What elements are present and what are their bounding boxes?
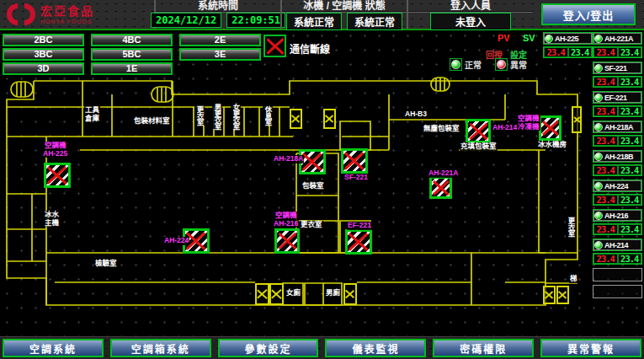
unit-row: AH-221A 23.4 23.4 — [593, 32, 642, 58]
unit-pv-value: 23.4 — [593, 224, 618, 234]
empty-unit-slot — [593, 268, 642, 281]
abnormal-led-icon — [495, 58, 508, 71]
machine-status-section: 冰機 / 空調機 狀態 系統正常 系統正常 — [280, 0, 407, 29]
unit-name-button[interactable]: AH-214 — [593, 238, 642, 251]
pv-label: PV — [498, 33, 510, 43]
unit-name: AH-218B — [604, 153, 633, 161]
equipment-comm-loss-marker[interactable] — [274, 228, 300, 254]
footer-nav-button[interactable]: 參數設定 — [218, 339, 319, 357]
floor-nav-button[interactable]: 2BC — [3, 34, 84, 46]
floorplan-label: 冰水 主機 — [44, 211, 60, 227]
unit-values: 23.4 23.4 — [593, 46, 642, 58]
floorplan-label: 空調機 AH-216 — [273, 212, 299, 228]
equipment-comm-loss-marker[interactable] — [345, 229, 372, 255]
floorplan-label: 工具 倉庫 — [84, 106, 100, 122]
unit-name-button[interactable]: AH-221A — [593, 32, 642, 45]
legend-normal: 正常 — [450, 58, 482, 71]
unit-pv-value: 23.4 — [593, 254, 618, 264]
floorplan-label: 女更衣室 — [231, 104, 241, 129]
unit-status-led-icon — [594, 241, 603, 249]
floorplan-label: AH-224 — [163, 237, 189, 245]
equipment-comm-loss-marker[interactable] — [539, 115, 562, 141]
floor-nav-button[interactable]: 3BC — [3, 48, 84, 61]
login-section: 登入人員 未登入 — [407, 0, 533, 29]
floor-nav-button[interactable]: 3E — [179, 48, 261, 61]
unit-name: AH-216 — [604, 212, 628, 220]
unit-values: 23.4 23.4 — [593, 135, 642, 147]
floorplan-label: 無塵包裝室 — [423, 125, 460, 133]
brand-name: 宏亞食品 — [40, 5, 94, 17]
unit-name-button[interactable]: AH-218A — [593, 121, 642, 133]
unit-values: 23.4 23.4 — [593, 76, 642, 88]
floor-nav-button[interactable]: 4BC — [91, 34, 173, 46]
unit-pv-value: 23.4 — [593, 106, 618, 116]
floorplan-label: AH-B3 — [404, 110, 428, 119]
unit-values: 23.4 23.4 — [543, 46, 593, 58]
unit-row: EF-221 23.4 23.4 — [593, 91, 642, 117]
unit-name: EF-221 — [604, 94, 627, 102]
unit-values: 23.4 23.4 — [593, 253, 642, 265]
login-label: 登入人員 — [408, 0, 533, 13]
legend-abnormal: 異常 — [495, 58, 527, 71]
floor-nav-button[interactable]: 2E — [179, 34, 261, 46]
unit-name-button[interactable]: SF-221 — [593, 62, 642, 74]
equipment-comm-loss-marker[interactable] — [341, 148, 368, 174]
floor-nav-button[interactable]: 5BC — [91, 48, 173, 61]
brand-name-en: HUNYA FOODS — [40, 19, 94, 24]
equipment-comm-loss-marker[interactable] — [429, 176, 452, 199]
footer-nav-button[interactable]: 儀表監視 — [325, 339, 426, 357]
unit-row: AH-225 23.4 23.4 — [543, 32, 593, 58]
chiller-status-value: 系統正常 — [286, 13, 342, 30]
system-clock-value: 22:09:51 — [226, 13, 285, 28]
footer-nav-button[interactable]: 異常警報 — [540, 339, 641, 357]
unit-values: 23.4 23.4 — [593, 105, 642, 117]
brand-logo: 宏亞食品 HUNYA FOODS — [0, 0, 154, 29]
comm-loss-icon — [263, 35, 286, 57]
floorplan-label: 休息室 — [263, 106, 273, 126]
floorplan-label: AH-214 — [492, 124, 518, 132]
stairs-icon — [152, 87, 173, 102]
hunya-logo-icon — [7, 3, 35, 26]
unit-sv-value: 23.4 — [618, 224, 642, 234]
login-logout-button[interactable]: 登入/登出 — [541, 3, 636, 25]
login-button-area: 登入/登出 — [533, 0, 644, 29]
stairwell-x-box — [556, 286, 569, 304]
unit-name-button[interactable]: AH-224 — [593, 180, 642, 192]
stairs-icon — [431, 78, 450, 91]
system-time-section: 系統時間 2024/12/12 22:09:51 — [154, 0, 280, 29]
unit-column-left: AH-225 23.4 23.4 — [543, 32, 593, 58]
unit-status-led-icon — [594, 123, 603, 131]
equipment-comm-loss-marker[interactable] — [466, 119, 491, 143]
hmi-screen: 宏亞食品 HUNYA FOODS 系統時間 2024/12/12 22:09:5… — [0, 0, 644, 359]
floor-nav-button[interactable]: 1E — [91, 62, 173, 75]
unit-sv-value: 23.4 — [618, 136, 642, 146]
unit-name: AH-218A — [604, 123, 633, 131]
unit-pv-value: 23.4 — [593, 165, 618, 175]
unit-name-button[interactable]: EF-221 — [593, 91, 642, 104]
footer-nav-button[interactable]: 空調箱系統 — [110, 339, 211, 357]
unit-pv-value: 23.4 — [593, 47, 618, 57]
footer-nav-button[interactable]: 空調系統 — [3, 339, 104, 357]
unit-name-button[interactable]: AH-225 — [543, 32, 593, 45]
equipment-comm-loss-marker[interactable] — [44, 163, 71, 188]
floor-nav-button[interactable]: 3D — [3, 62, 84, 75]
floorplan-label: 冰水機房 — [537, 141, 567, 149]
floorplan-label: 女廁 — [285, 289, 301, 297]
footer-nav-button[interactable]: 密碼權限 — [433, 339, 534, 357]
stairwell-x-box — [323, 109, 336, 129]
unit-pv-value: 23.4 — [593, 195, 618, 205]
unit-sv-value: 23.4 — [568, 47, 593, 57]
unit-name: AH-221A — [604, 35, 633, 43]
unit-name-button[interactable]: AH-218B — [593, 150, 642, 163]
machine-status-label: 冰機 / 空調機 狀態 — [282, 0, 407, 13]
unit-column-right: AH-221A 23.4 23.4 SF-221 23.4 23.4 — [593, 32, 642, 298]
floorplan-label: 梯 — [569, 275, 578, 283]
unit-name: AH-214 — [604, 241, 628, 249]
floorplan-label: 更衣室 — [194, 106, 205, 126]
unit-name-button[interactable]: AH-216 — [593, 209, 642, 222]
unit-row: AH-218B 23.4 23.4 — [593, 150, 642, 176]
footer-bar: 空調系統空調箱系統參數設定儀表監視密碼權限異常警報 — [0, 336, 644, 359]
floorplan-label: EF-221 — [347, 222, 372, 230]
unit-sv-value: 23.4 — [618, 47, 642, 57]
unit-row: AH-214 23.4 23.4 — [593, 238, 642, 265]
